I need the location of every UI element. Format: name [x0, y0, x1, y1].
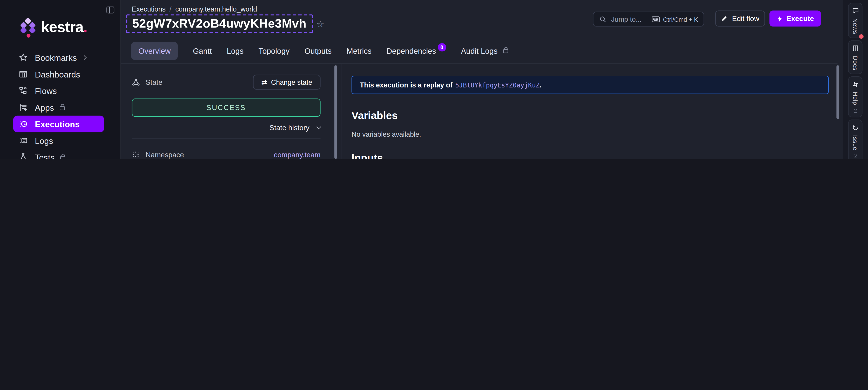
tab-topology[interactable]: Topology — [258, 46, 289, 55]
issue-button[interactable]: Issue — [848, 120, 863, 159]
swap-arrows-icon: ⇄ — [261, 78, 267, 86]
sidebar-item-label: Flows — [35, 86, 57, 96]
lock-icon — [503, 49, 508, 53]
sidebar-item-label: Dashboards — [35, 69, 80, 79]
sidebar-item-label: Apps — [35, 103, 54, 112]
jump-to-search[interactable]: Jump to... Ctrl/Cmd + K — [593, 11, 704, 26]
right-panel-scrollbar[interactable] — [836, 65, 839, 159]
lightning-bolt-icon — [776, 15, 782, 22]
change-state-button[interactable]: ⇄ Change state — [253, 75, 320, 90]
execution-summary-panel: State ⇄ Change state SUCCESS State histo… — [121, 64, 342, 159]
external-link-icon — [853, 108, 858, 113]
lock-icon — [59, 106, 64, 110]
state-history-toggle[interactable]: State history — [132, 123, 320, 132]
bookmark-star-icon[interactable]: ☆ — [316, 19, 324, 29]
executions-icon — [19, 120, 28, 128]
side-toolbar: News Docs Help Issue Demo Star us 1.2.0-… — [842, 0, 868, 159]
state-machine-icon — [132, 78, 140, 86]
tab-outputs[interactable]: Outputs — [305, 46, 332, 55]
sidebar-item-flows[interactable]: Flows — [0, 83, 121, 99]
replay-execution-id-link[interactable]: 5JBtUYkfpqyEsYZ0ayjKuZ — [455, 81, 539, 89]
sidebar-item-bookmarks[interactable]: Bookmarks — [0, 49, 121, 66]
sidebar: kestra. Bookmarks Dashboards Flows Apps — [0, 0, 121, 159]
execution-detail-panel: This execution is a replay of 5JBtUYkfpq… — [348, 64, 837, 159]
breadcrumb-separator: / — [169, 5, 172, 13]
collapse-sidebar-icon[interactable] — [106, 6, 115, 14]
kestra-logo-text: kestra. — [41, 19, 87, 36]
namespace-label: Namespace — [132, 150, 184, 159]
execution-tabs: Overview Gantt Logs Topology Outputs Met… — [121, 39, 837, 64]
top-bar: Executions / company.team.hello_world 52… — [121, 0, 837, 39]
docs-button[interactable]: Docs — [848, 40, 863, 74]
tab-metrics[interactable]: Metrics — [346, 46, 372, 55]
tab-overview[interactable]: Overview — [131, 42, 178, 60]
status-badge: SUCCESS — [132, 99, 320, 117]
tab-dependencies[interactable]: Dependencies0 — [386, 46, 446, 55]
execute-button[interactable]: Execute — [770, 11, 821, 27]
variables-empty-text: No variables available. — [351, 131, 837, 138]
namespace-row: Namespace company.team — [132, 148, 320, 159]
scrollbar-thumb[interactable] — [334, 65, 337, 159]
inputs-heading: Inputs — [351, 152, 837, 159]
kestra-logo[interactable]: kestra. — [20, 17, 87, 37]
sidebar-item-logs[interactable]: Logs — [0, 132, 121, 149]
state-label: State — [132, 78, 162, 86]
left-panel-scrollbar[interactable] — [334, 65, 337, 159]
notification-dot — [859, 34, 864, 39]
slack-icon — [852, 81, 859, 88]
edit-flow-button[interactable]: Edit flow — [715, 11, 765, 27]
sidebar-item-executions[interactable]: Executions — [13, 116, 104, 132]
star-icon — [19, 53, 28, 62]
sidebar-nav-main: Bookmarks Dashboards Flows Apps Executio… — [0, 49, 121, 159]
breadcrumb-executions[interactable]: Executions — [132, 5, 166, 13]
dependencies-count-badge: 0 — [438, 43, 446, 51]
page-title: 52gW7xRV2oB4uwyKHe3Mvh — [126, 14, 312, 33]
help-button[interactable]: Help — [848, 76, 863, 117]
breadcrumb-flow[interactable]: company.team.hello_world — [175, 5, 257, 13]
divider — [132, 138, 320, 139]
news-button[interactable]: News — [848, 3, 863, 38]
apps-icon — [19, 103, 28, 112]
sidebar-item-apps[interactable]: Apps — [0, 99, 121, 116]
chevron-right-icon — [82, 55, 87, 60]
sidebar-item-label: Bookmarks — [35, 53, 77, 62]
refresh-circle-icon — [852, 124, 859, 131]
breadcrumb: Executions / company.team.hello_world — [132, 5, 257, 13]
keyboard-icon — [651, 16, 660, 22]
sidebar-item-tests[interactable]: Tests — [0, 149, 121, 159]
scrollbar-thumb[interactable] — [836, 65, 839, 119]
search-icon — [599, 15, 607, 23]
speech-bubble-icon — [852, 7, 859, 14]
lock-icon — [60, 156, 65, 159]
flask-icon — [19, 153, 28, 159]
variables-heading: Variables — [351, 109, 837, 122]
external-link-icon — [853, 154, 858, 159]
replay-banner: This execution is a replay of 5JBtUYkfpq… — [351, 76, 829, 94]
tab-audit-logs[interactable]: Audit Logs — [461, 46, 508, 55]
sidebar-item-label: Tests — [35, 153, 55, 159]
tab-gantt[interactable]: Gantt — [193, 46, 212, 55]
book-icon — [852, 45, 859, 52]
dots-grid-icon — [132, 150, 140, 159]
pencil-icon — [721, 15, 728, 22]
flow-icon — [19, 86, 28, 95]
logs-icon — [19, 136, 28, 145]
sidebar-item-label: Logs — [35, 136, 53, 145]
dashboard-icon — [19, 70, 28, 78]
replay-banner-text: This execution is a replay of — [360, 81, 453, 89]
chevron-down-icon — [316, 124, 321, 129]
namespace-value[interactable]: company.team — [274, 150, 320, 159]
sidebar-item-label: Executions — [35, 119, 80, 129]
shortcut-hint: Ctrl/Cmd + K — [651, 16, 698, 22]
kestra-logo-icon — [20, 17, 36, 37]
sidebar-item-dashboards[interactable]: Dashboards — [0, 66, 121, 82]
jump-to-placeholder: Jump to... — [611, 15, 651, 23]
tab-logs[interactable]: Logs — [227, 46, 243, 55]
kestra-app: kestra. Bookmarks Dashboards Flows Apps — [0, 0, 868, 159]
